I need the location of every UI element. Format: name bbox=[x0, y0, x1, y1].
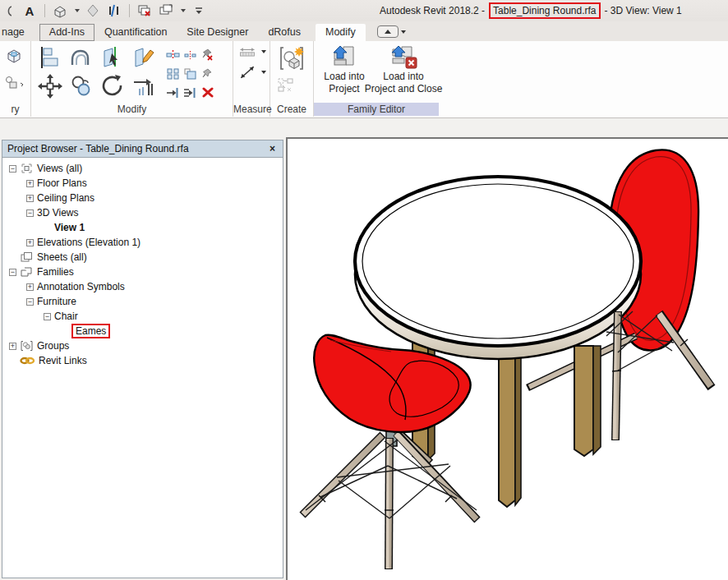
cut-geometry-cube-icon[interactable] bbox=[5, 48, 30, 67]
offset-button[interactable] bbox=[66, 44, 96, 71]
chevron-down-icon[interactable] bbox=[181, 9, 186, 12]
group-options-icon[interactable] bbox=[277, 77, 295, 97]
align-button[interactable] bbox=[35, 44, 65, 71]
tree-item-label: Sheets (all) bbox=[37, 251, 87, 263]
tree-item-revit-links[interactable]: Revit Links bbox=[2, 353, 283, 368]
expand-icon[interactable]: + bbox=[26, 195, 34, 202]
trim-extend-multiple-button[interactable] bbox=[182, 83, 199, 102]
text-note-icon[interactable]: A bbox=[21, 2, 38, 19]
edit-cut-profile-button[interactable] bbox=[128, 44, 159, 71]
tree-item-label: Elevations (Elevation 1) bbox=[37, 237, 141, 248]
tab-site-designer[interactable]: Site Designer bbox=[177, 24, 258, 41]
modify-small-buttons bbox=[164, 45, 216, 102]
views-icon bbox=[20, 163, 34, 174]
close-hidden-windows-icon[interactable] bbox=[136, 2, 153, 19]
cut-geometry-button[interactable] bbox=[97, 44, 127, 71]
tree-item-label: Revit Links bbox=[39, 355, 87, 366]
array-button[interactable] bbox=[164, 64, 182, 83]
tree-item-ceiling-plans[interactable]: +Ceiling Plans bbox=[2, 191, 283, 205]
unpin-button[interactable] bbox=[199, 45, 216, 64]
thin-lines-icon[interactable] bbox=[106, 2, 122, 19]
title-suffix: - 3D View: View 1 bbox=[605, 5, 682, 16]
expand-icon[interactable]: + bbox=[26, 180, 34, 187]
render-icon[interactable] bbox=[85, 2, 101, 19]
tree-item-label: Floor Plans bbox=[37, 177, 87, 189]
panel-label-modify: Modify bbox=[31, 103, 233, 116]
collapse-icon[interactable]: − bbox=[9, 269, 16, 276]
move-button[interactable] bbox=[35, 72, 65, 99]
trim-extend-corner-button[interactable] bbox=[128, 72, 159, 99]
rotate-button[interactable] bbox=[97, 72, 127, 99]
split-element-button[interactable] bbox=[164, 45, 182, 64]
tree-item-furniture[interactable]: −Furniture bbox=[2, 294, 283, 309]
pin-button[interactable] bbox=[199, 64, 216, 83]
create-group-button[interactable] bbox=[278, 44, 306, 76]
measure-between-references-button[interactable] bbox=[238, 62, 266, 82]
tree-item-annotation-symbols[interactable]: +Annotation Symbols bbox=[2, 279, 283, 294]
tree-item-label: Families bbox=[37, 266, 74, 278]
panel-geometry-partial: ry bbox=[0, 41, 31, 117]
project-browser-tree: −Views (all)+Floor Plans+Ceiling Plans−3… bbox=[2, 158, 283, 578]
load-into-project-and-close-button[interactable]: Load into Project and Close bbox=[373, 44, 434, 94]
drawing-area-3d-view[interactable] bbox=[286, 137, 728, 580]
expand-icon[interactable]: + bbox=[26, 283, 34, 291]
tree-item-view-1[interactable]: View 1 bbox=[2, 220, 283, 235]
copy-button[interactable] bbox=[66, 72, 96, 99]
ribbon-tab-bar: nage Add-Ins Quantification Site Designe… bbox=[0, 21, 728, 41]
chair-front[interactable] bbox=[302, 335, 477, 569]
close-icon[interactable]: × bbox=[267, 143, 278, 154]
tab-modify[interactable]: Modify bbox=[316, 24, 366, 41]
tree-item-chair[interactable]: −Chair bbox=[2, 309, 283, 324]
tree-item-eames[interactable]: Eames bbox=[2, 324, 283, 338]
measure-dimension-button[interactable] bbox=[238, 46, 266, 58]
tree-item-groups[interactable]: +Groups bbox=[2, 338, 283, 353]
tree-item-label: Groups bbox=[37, 340, 69, 352]
tree-item-label: Chair bbox=[54, 311, 78, 322]
ribbon-empty-space bbox=[439, 41, 728, 117]
load-into-project-and-close-label-1: Load into bbox=[383, 71, 423, 82]
customize-qat-icon[interactable] bbox=[191, 2, 207, 19]
tree-item-views-all[interactable]: −Views (all) bbox=[2, 161, 283, 176]
scale-button[interactable] bbox=[182, 64, 199, 83]
collapse-icon[interactable]: − bbox=[44, 313, 51, 320]
panel-label-geometry: ry bbox=[0, 103, 30, 116]
table-dining-round[interactable] bbox=[355, 177, 641, 507]
tree-item-3d-views[interactable]: −3D Views bbox=[2, 205, 283, 220]
tree-item-families[interactable]: −Families bbox=[2, 265, 283, 279]
project-browser-titlebar[interactable]: Project Browser - Table_Dining Round.rfa… bbox=[2, 140, 283, 158]
tree-item-label: Eames bbox=[71, 324, 110, 338]
partial-icon[interactable] bbox=[0, 2, 16, 19]
link-icon bbox=[20, 356, 35, 366]
collapse-icon[interactable]: − bbox=[26, 298, 34, 306]
delete-button[interactable] bbox=[199, 83, 216, 102]
triangle-up-icon bbox=[385, 30, 391, 34]
chevron-down-icon[interactable] bbox=[75, 9, 80, 12]
tab-quantification[interactable]: Quantification bbox=[94, 24, 177, 41]
tree-item-elevations-elevation-1[interactable]: +Elevations (Elevation 1) bbox=[2, 235, 283, 250]
chevron-down-icon bbox=[261, 71, 266, 74]
tab-manage-partial[interactable]: nage bbox=[0, 24, 33, 41]
chevron-down-icon bbox=[261, 50, 266, 53]
3d-canvas[interactable] bbox=[288, 139, 728, 580]
expand-icon[interactable]: + bbox=[26, 239, 34, 246]
tab-add-ins[interactable]: Add-Ins bbox=[39, 24, 94, 41]
collapse-icon[interactable]: − bbox=[26, 209, 34, 217]
trim-extend-single-button[interactable] bbox=[164, 83, 182, 102]
expand-icon[interactable]: + bbox=[9, 343, 16, 350]
ribbon: ry bbox=[0, 41, 728, 118]
join-geometry-icon[interactable] bbox=[5, 76, 30, 94]
default-3d-view-icon[interactable] bbox=[52, 2, 68, 19]
load-into-project-button[interactable]: Load into Project bbox=[319, 44, 370, 94]
tree-item-floor-plans[interactable]: +Floor Plans bbox=[2, 176, 283, 191]
switch-windows-icon[interactable] bbox=[158, 2, 174, 19]
panel-modify: Modify bbox=[31, 41, 233, 117]
panel-label-create: Create bbox=[270, 103, 313, 116]
split-with-gap-button[interactable] bbox=[182, 45, 199, 64]
ribbon-display-toggle[interactable] bbox=[377, 25, 406, 38]
tab-drofus[interactable]: dRofus bbox=[258, 24, 311, 41]
tree-item-sheets-all[interactable]: Sheets (all) bbox=[2, 250, 283, 265]
collapse-icon[interactable]: − bbox=[9, 165, 16, 173]
table-top bbox=[355, 177, 641, 346]
panel-create: Create bbox=[270, 41, 314, 117]
panel-family-editor: Load into Project Load into Project and … bbox=[314, 41, 439, 117]
